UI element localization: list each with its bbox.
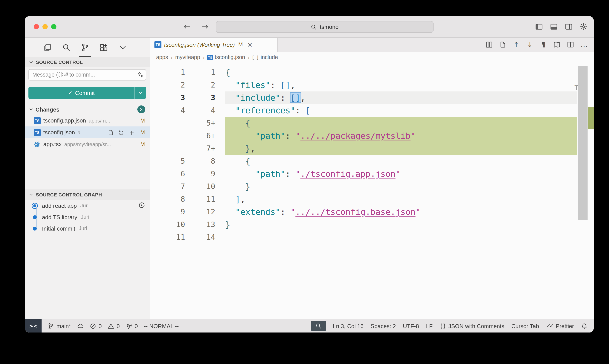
chevron-down-icon <box>138 90 143 95</box>
status-remote-indicator[interactable]: >< <box>25 319 41 333</box>
status-cursor-tab[interactable]: Cursor Tab <box>511 323 539 329</box>
code-text[interactable]: ], <box>225 193 577 206</box>
breadcrumb-include[interactable]: [ ]include <box>252 54 278 60</box>
toggle-map-button[interactable] <box>553 41 560 48</box>
settings-button[interactable] <box>580 23 588 31</box>
status-cursor-position[interactable]: Ln 3, Col 16 <box>333 323 363 329</box>
breadcrumb-tsconfig.json[interactable]: TStsconfig.json <box>207 54 245 60</box>
commit-button[interactable]: ✓ Commit <box>28 87 134 99</box>
activity-more-views[interactable] <box>118 38 127 57</box>
go-to-file-button[interactable] <box>499 41 506 48</box>
editor-scrollbar[interactable] <box>578 66 588 220</box>
sparkle-icon[interactable] <box>137 71 143 78</box>
status-warnings[interactable]: 0 <box>108 323 120 329</box>
status-publish-changes[interactable] <box>77 323 84 329</box>
commit-row-add-TS-library[interactable]: add TS libraryJuri <box>25 211 150 223</box>
status-errors[interactable]: 0 <box>90 323 102 329</box>
tab-tsconfig-json[interactable]: TS tsconfig.json (Working Tree) M × <box>150 38 278 52</box>
split-editor-button[interactable] <box>567 41 574 48</box>
toggle-primary-sidebar-button[interactable] <box>535 23 543 31</box>
code-text[interactable]: "include": [], <box>225 91 577 104</box>
code-text[interactable]: { <box>225 66 577 79</box>
status-zoom-indicator[interactable] <box>311 321 326 331</box>
commit-dropdown-button[interactable] <box>135 87 146 99</box>
code-text[interactable]: { <box>225 155 577 168</box>
code-text[interactable]: "path": "../../packages/mytslib" <box>225 130 577 142</box>
file-row-tsconfig.app.json[interactable]: TStsconfig.app.jsonapps/m...M <box>25 115 150 126</box>
target-icon[interactable] <box>138 201 145 208</box>
code-text[interactable]: "path": "./tsconfig.app.json" <box>225 168 577 180</box>
activity-extensions[interactable] <box>100 38 108 57</box>
open-file-icon[interactable] <box>108 129 114 135</box>
activity-explorer[interactable] <box>43 38 52 57</box>
open-changes-button[interactable] <box>486 41 493 48</box>
screen: ←→ tsmono SOURCE CONTROL <box>0 0 609 364</box>
discard-changes-icon[interactable] <box>118 129 124 135</box>
code-line-1: 11{ <box>150 66 594 79</box>
status-notifications[interactable] <box>581 323 588 329</box>
gutter-old-line-number: 2 <box>150 79 185 91</box>
minimize-button[interactable] <box>42 24 48 29</box>
gutter-new-line-number: 2 <box>185 79 215 91</box>
status-encoding[interactable]: UTF-8 <box>403 323 419 329</box>
bell-icon <box>581 323 588 329</box>
sidebar-spacer <box>25 150 150 189</box>
commit-dot <box>33 215 37 219</box>
commit-row-add-react-app[interactable]: add react appJuri <box>25 200 150 211</box>
status-language-mode[interactable]: {}JSON with Comments <box>440 323 505 329</box>
commit-button-group: ✓ Commit <box>28 87 146 99</box>
commit-row-Initial-commit[interactable]: Initial commitJuri <box>25 223 150 234</box>
activity-search[interactable] <box>62 38 70 57</box>
code-text[interactable] <box>225 231 577 244</box>
status-end-of-line[interactable]: LF <box>426 323 432 329</box>
file-row-tsconfig.json[interactable]: TStsconfig.jsona...+M <box>25 126 150 138</box>
code-text[interactable]: } <box>225 218 577 231</box>
status-indentation[interactable]: Spaces: 2 <box>371 323 396 329</box>
previous-change-button[interactable]: ↑ <box>513 41 520 48</box>
code-line-11: 811 ], <box>150 193 594 206</box>
code-text[interactable]: "extends": "../../tsconfig.base.json" <box>225 206 577 218</box>
code-text[interactable]: } <box>225 180 577 193</box>
tab-close-button[interactable]: × <box>247 41 253 48</box>
forward-button[interactable]: → <box>201 23 209 30</box>
breadcrumb-separator: › <box>171 54 173 61</box>
stage-changes-icon[interactable]: + <box>129 129 135 135</box>
toggle-render-whitespace-button[interactable]: ¶ <box>540 41 547 48</box>
code-lines: 11{22 "files": [],33 "include": [],44 "r… <box>150 66 594 244</box>
git-status-modified: M <box>140 117 145 124</box>
react-icon <box>34 141 41 148</box>
gutter-new-line-number: 13 <box>185 218 215 231</box>
back-button[interactable]: ← <box>183 23 191 30</box>
status-branch-status[interactable]: main* <box>48 323 71 329</box>
file-row-app.tsx[interactable]: app.tsxapps/myviteapp/sr...M <box>25 138 150 150</box>
activity-source-control[interactable] <box>81 38 89 57</box>
status-formatter[interactable]: ✓✓Prettier <box>546 323 574 329</box>
titlebar: ←→ tsmono <box>25 16 594 38</box>
section-source-control-graph[interactable]: SOURCE CONTROL GRAPH <box>25 189 150 200</box>
commit-message-input[interactable] <box>28 69 146 80</box>
changes-file-list: TStsconfig.app.jsonapps/m...MTStsconfig.… <box>25 115 150 150</box>
breadcrumb-myviteapp[interactable]: myviteapp <box>175 54 200 60</box>
file-name: tsconfig.app.json <box>43 117 86 124</box>
breadcrumb-apps[interactable]: apps <box>156 54 168 60</box>
code-text[interactable]: "references": [ <box>225 104 577 117</box>
next-change-button[interactable]: ↓ <box>526 41 533 48</box>
tab-modified-badge: M <box>238 41 243 48</box>
status-vim-mode[interactable]: -- NORMAL -- <box>144 323 179 329</box>
code-editor[interactable]: 11{22 "files": [],33 "include": [],44 "r… <box>150 63 594 319</box>
close-button[interactable] <box>34 24 39 29</box>
code-text[interactable]: { <box>225 117 577 130</box>
section-title: SOURCE CONTROL <box>36 60 83 65</box>
status-left: ><main*000-- NORMAL -- <box>25 319 179 333</box>
more-actions-button[interactable]: … <box>581 41 588 48</box>
code-text[interactable]: "files": [], <box>225 79 577 91</box>
command-center-search[interactable]: tsmono <box>216 21 434 33</box>
gutter-new-line-number: 1 <box>185 66 215 79</box>
section-source-control[interactable]: SOURCE CONTROL <box>25 57 150 67</box>
toggle-secondary-sidebar-button[interactable] <box>565 23 573 31</box>
changes-section-header[interactable]: Changes 3 <box>25 104 150 115</box>
code-text[interactable]: }, <box>225 142 577 155</box>
toggle-panel-button[interactable] <box>550 23 558 31</box>
zoom-button[interactable] <box>51 24 56 29</box>
status-ports[interactable]: 0 <box>126 323 138 329</box>
